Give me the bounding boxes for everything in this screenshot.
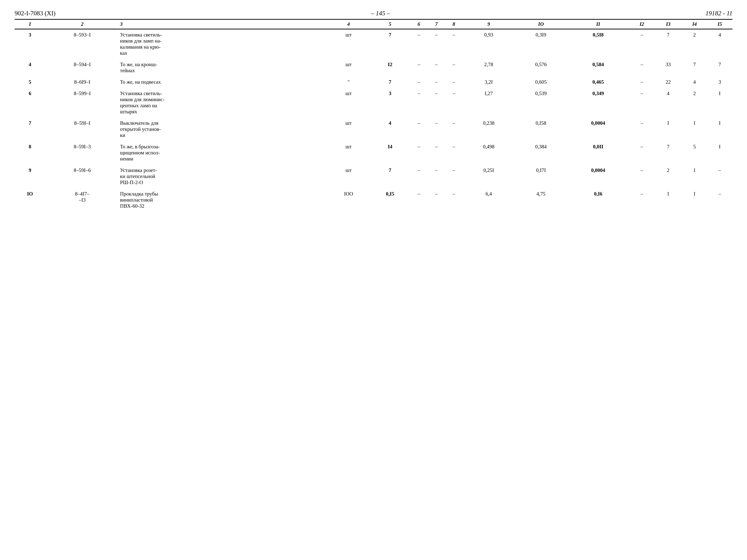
table-cell: –	[445, 119, 463, 139]
table-cell: 0,576	[515, 60, 567, 75]
table-cell: 2,78	[463, 60, 515, 75]
table-cell: 0,93	[463, 29, 515, 58]
table-cell: I	[654, 190, 682, 210]
table-cell: –	[410, 78, 428, 86]
table-cell: –	[707, 166, 732, 187]
main-table: I 2 3 4 5 6 7 8 9 IO II I2 I3 I4 I5 38–5…	[15, 19, 732, 210]
col-header-2: 2	[45, 20, 119, 29]
table-cell: –	[445, 60, 463, 75]
table-cell: 8–594–I	[45, 60, 119, 75]
table-cell: –	[629, 190, 654, 210]
table-row: 68–599–IУстановка светиль-ников для люми…	[15, 89, 732, 116]
doc-number: 902-I-7083 (XI)	[15, 10, 55, 17]
table-cell: –	[428, 60, 445, 75]
table-cell: 0,I58	[515, 119, 567, 139]
col-header-13: I3	[654, 20, 682, 29]
table-cell: 0,0004	[567, 166, 629, 187]
table-cell: 4	[15, 60, 45, 75]
table-cell: 8–59I–3	[45, 142, 119, 163]
table-cell: 5	[682, 142, 707, 163]
table-row: IO8–4I7––I3Прокладка трубывинипластовойП…	[15, 190, 732, 210]
table-cell: 7	[707, 60, 732, 75]
table-cell: 0,I6	[567, 190, 629, 210]
table-cell: –	[410, 119, 428, 139]
table-cell: I	[707, 142, 732, 163]
table-cell: I	[654, 119, 682, 139]
col-header-11: II	[567, 20, 629, 29]
col-header-5: 5	[370, 20, 410, 29]
table-cell: 33	[654, 60, 682, 75]
table-cell: 7	[370, 29, 410, 58]
table-cell: 0,0II	[567, 142, 629, 163]
table-cell: Установка светиль-ников для люминис-цент…	[119, 89, 327, 116]
table-cell: –	[629, 142, 654, 163]
table-cell: 0,605	[515, 78, 567, 86]
col-header-8: 8	[445, 20, 463, 29]
table-cell: 0,25I	[463, 166, 515, 187]
table-row: 58–6I9–IТо же, на подвесах"7–––3,2I0,605…	[15, 78, 732, 86]
table-cell: I,27	[463, 89, 515, 116]
table-cell: –	[629, 29, 654, 58]
table-cell: 7	[370, 78, 410, 86]
table-cell: 0,I5	[370, 190, 410, 210]
table-cell: I4	[370, 142, 410, 163]
table-cell: 4,75	[515, 190, 567, 210]
page-header: 902-I-7083 (XI) – 145 – 19182 - 11	[15, 10, 732, 19]
table-cell: шт	[327, 119, 370, 139]
table-cell: –	[445, 29, 463, 58]
col-header-6: 6	[410, 20, 428, 29]
table-cell: 8–59I–6	[45, 166, 119, 187]
table-cell: 0,465	[567, 78, 629, 86]
col-header-12: I2	[629, 20, 654, 29]
table-cell: –	[629, 119, 654, 139]
table-cell: –	[707, 190, 732, 210]
table-cell: 0,5I8	[567, 29, 629, 58]
table-row: 78–59I–IВыключатель дляоткрытой установ-…	[15, 119, 732, 139]
table-cell: 4	[682, 78, 707, 86]
table-cell: 8–4I7––I3	[45, 190, 119, 210]
table-cell: I	[682, 166, 707, 187]
table-cell: 2	[682, 89, 707, 116]
table-cell: –	[428, 166, 445, 187]
table-cell: 8–599–I	[45, 89, 119, 116]
table-cell: 0,238	[463, 119, 515, 139]
table-cell: 0,0004	[567, 119, 629, 139]
page-number: – 145 –	[371, 10, 390, 17]
table-cell: –	[629, 89, 654, 116]
table-cell: "	[327, 78, 370, 86]
table-row: 48–594–IТо же, на кронш-тейнахштI2–––2,7…	[15, 60, 732, 75]
table-cell: 3	[707, 78, 732, 86]
table-cell: 8–6I9–I	[45, 78, 119, 86]
table-cell: 3	[15, 29, 45, 58]
table-cell: I	[682, 190, 707, 210]
table-cell: шт	[327, 60, 370, 75]
table-cell: 0,384	[515, 142, 567, 163]
table-cell: IOO	[327, 190, 370, 210]
table-cell: То же, на подвесах	[119, 78, 327, 86]
table-cell: шт	[327, 142, 370, 163]
table-cell: IO	[15, 190, 45, 210]
table-cell: 0,584	[567, 60, 629, 75]
table-cell: 7	[682, 60, 707, 75]
table-row: 38–593–IУстановка светиль-ников для ламп…	[15, 29, 732, 58]
table-cell: –	[445, 78, 463, 86]
table-cell: шт	[327, 89, 370, 116]
table-cell: 0,349	[567, 89, 629, 116]
table-cell: –	[410, 89, 428, 116]
table-cell: 22	[654, 78, 682, 86]
table-cell: –	[428, 89, 445, 116]
table-cell: То же, на кронш-тейнах	[119, 60, 327, 75]
table-cell: –	[629, 60, 654, 75]
table-cell: 4	[370, 119, 410, 139]
table-cell: 2	[682, 29, 707, 58]
table-cell: –	[410, 29, 428, 58]
table-cell: I	[707, 119, 732, 139]
table-cell: 3	[370, 89, 410, 116]
table-cell: –	[410, 60, 428, 75]
doc-code: 19182 - 11	[705, 10, 732, 17]
table-cell: –	[629, 78, 654, 86]
table-cell: –	[428, 142, 445, 163]
table-cell: 0,498	[463, 142, 515, 163]
table-cell: 9	[15, 166, 45, 187]
table-cell: –	[629, 166, 654, 187]
